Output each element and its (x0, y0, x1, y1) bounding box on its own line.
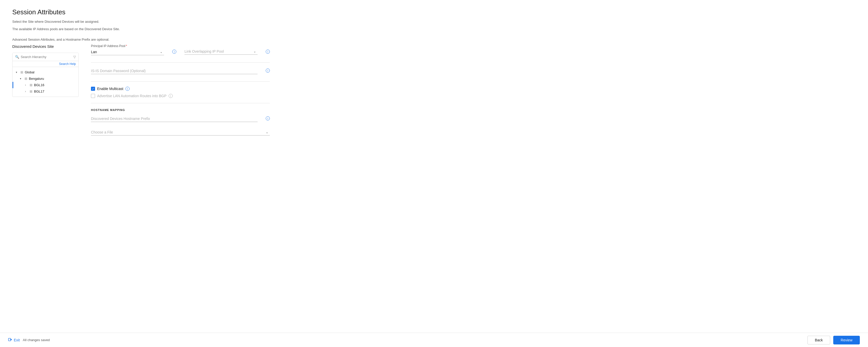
enable-multicast-row: Enable Multicast i (91, 87, 270, 91)
link-overlapping-placeholder: Link Overlapping IP Pool (185, 49, 253, 53)
tree-item-global[interactable]: ▾ ⊞ Global (12, 69, 79, 76)
footer: Exit All changes saved Back Review (0, 333, 868, 347)
tree-label-global: Global (25, 70, 34, 74)
search-row: 🔍 ▽ (12, 53, 79, 61)
hostname-prefix-input[interactable] (91, 116, 257, 122)
principal-ip-label: Principal IP Address Pool (91, 44, 164, 48)
choose-file-select[interactable]: Choose a File ⌄ (91, 129, 270, 136)
search-help-row: Search Help (12, 61, 79, 67)
isis-info-icon[interactable]: i (266, 68, 270, 73)
ip-pool-row: Principal IP Address Pool Lan ⌄ i Link O… (91, 44, 270, 55)
tree-toggle-bgl17: › (25, 90, 29, 93)
tree-item-bgl16[interactable]: › ⊞ BGL16 (12, 82, 79, 88)
isis-field (91, 68, 257, 74)
choose-file-field: Choose a File ⌄ (91, 129, 270, 136)
tree-toggle-bgl16: › (25, 84, 29, 86)
hostname-prefix-field (91, 116, 257, 122)
search-help-link[interactable]: Search Help (59, 62, 76, 66)
advertise-lan-row: Advertise LAN Automation Routes into BGP… (91, 94, 270, 98)
divider-1 (91, 62, 270, 63)
discovered-devices-site-label: Discovered Devices Site (12, 44, 79, 49)
exit-label: Exit (14, 338, 20, 342)
tree-label-bgl17: BGL17 (34, 89, 44, 93)
page-description-2: The available IP Address pools are based… (12, 27, 856, 32)
tree-item-bgl17[interactable]: › ⊞ BGL17 (12, 88, 79, 95)
tree-toggle-bengaluru: ▾ (20, 77, 24, 80)
tree-icon-global: ⊞ (21, 70, 23, 74)
principal-ip-select[interactable]: Lan ⌄ (91, 49, 164, 55)
review-button[interactable]: Review (833, 336, 860, 344)
choose-file-chevron: ⌄ (266, 131, 268, 134)
choose-file-row: Choose a File ⌄ (91, 129, 270, 136)
principal-ip-chevron: ⌄ (160, 50, 162, 54)
divider-2 (91, 81, 270, 82)
link-overlapping-select[interactable]: Link Overlapping IP Pool ⌄ (185, 44, 257, 55)
search-icon: 🔍 (15, 55, 19, 59)
search-hierarchy-input[interactable] (21, 55, 72, 59)
tree-toggle-global: ▾ (16, 71, 20, 74)
tree-label-bgl16: BGL16 (34, 83, 44, 87)
enable-multicast-checkbox[interactable] (91, 87, 95, 91)
hostname-section-heading: HOSTNAME MAPPING (91, 109, 270, 112)
page-title: Session Attributes (12, 8, 856, 16)
back-button[interactable]: Back (807, 336, 830, 344)
tree-icon-bgl17: ⊞ (30, 89, 32, 93)
exit-icon (8, 338, 12, 343)
page-description-1: Select the Site where Discovered Devices… (12, 19, 856, 25)
tree-label-bengaluru: Bengaluru (29, 77, 44, 81)
link-overlapping-field: Link Overlapping IP Pool ⌄ (185, 44, 257, 55)
hostname-prefix-info-icon[interactable]: i (266, 116, 270, 120)
tree-area: ▾ ⊞ Global ▾ ⊞ Bengaluru › ⊞ BGL16 (12, 67, 79, 97)
advertise-lan-info-icon[interactable]: i (168, 94, 173, 98)
footer-right: Back Review (807, 336, 860, 344)
link-overlapping-info-icon[interactable]: i (266, 50, 270, 54)
hostname-prefix-row: i (91, 116, 270, 122)
isis-input[interactable] (91, 68, 257, 74)
principal-ip-info-icon[interactable]: i (172, 50, 176, 54)
advertise-lan-checkbox[interactable] (91, 94, 95, 98)
tree-item-bengaluru[interactable]: ▾ ⊞ Bengaluru (12, 76, 79, 82)
link-overlapping-chevron: ⌄ (253, 50, 256, 53)
principal-ip-field: Principal IP Address Pool Lan ⌄ (91, 44, 164, 55)
page-description-3: Advanced Session Attributes, and a Hostn… (12, 37, 856, 42)
tree-icon-bengaluru: ⊞ (25, 77, 27, 81)
enable-multicast-label: Enable Multicast (97, 87, 123, 91)
hierarchy-box: 🔍 ▽ Search Help ▾ ⊞ Global ▾ (12, 53, 79, 97)
isis-row: i (91, 68, 270, 74)
footer-left: Exit All changes saved (8, 338, 50, 343)
tree-icon-bgl16: ⊞ (30, 83, 32, 87)
advertise-lan-label: Advertise LAN Automation Routes into BGP (97, 94, 166, 98)
enable-multicast-info-icon[interactable]: i (125, 87, 129, 91)
principal-ip-value: Lan (91, 50, 160, 54)
exit-button[interactable]: Exit (8, 338, 20, 343)
saved-status: All changes saved (23, 338, 50, 342)
filter-icon[interactable]: ▽ (73, 55, 76, 59)
choose-file-placeholder: Choose a File (91, 130, 266, 134)
right-panel: Principal IP Address Pool Lan ⌄ i Link O… (91, 44, 270, 143)
left-panel: Discovered Devices Site 🔍 ▽ Search Help … (12, 44, 79, 143)
